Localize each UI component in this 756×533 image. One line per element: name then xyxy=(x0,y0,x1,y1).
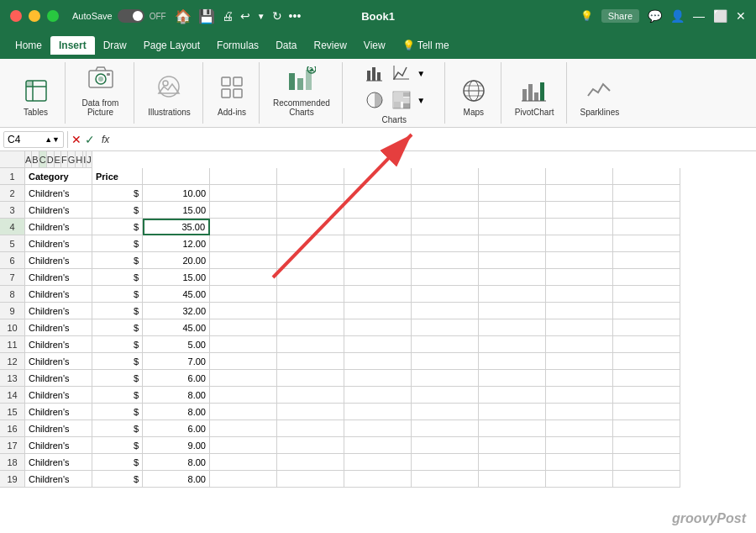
grid-cell[interactable] xyxy=(412,454,479,471)
grid-cell[interactable]: 7.00 xyxy=(143,353,210,370)
save-icon[interactable]: 💾 xyxy=(198,8,215,24)
grid-cell[interactable] xyxy=(613,252,680,269)
grid-cell[interactable] xyxy=(613,219,680,235)
grid-cell[interactable] xyxy=(277,252,344,269)
grid-cell[interactable]: Children's xyxy=(25,437,92,454)
grid-cell[interactable]: $ xyxy=(92,235,143,252)
redo-icon[interactable]: ↻ xyxy=(272,9,282,23)
grid-cell[interactable] xyxy=(546,185,613,202)
grid-cell[interactable] xyxy=(210,269,277,286)
grid-cell[interactable]: 45.00 xyxy=(143,286,210,303)
row-number[interactable]: 19 xyxy=(0,471,25,488)
grid-cell[interactable]: Children's xyxy=(25,303,92,319)
row-number[interactable]: 5 xyxy=(0,235,25,252)
grid-cell[interactable] xyxy=(412,286,479,303)
grid-cell[interactable]: Children's xyxy=(25,235,92,252)
grid-cell[interactable] xyxy=(344,235,412,252)
tab-insert[interactable]: Insert xyxy=(50,36,95,55)
maps-button[interactable]: Maps xyxy=(455,74,492,120)
grid-cell[interactable] xyxy=(277,286,344,303)
grid-cell[interactable] xyxy=(277,303,344,319)
grid-cell[interactable] xyxy=(277,404,344,420)
grid-cell[interactable] xyxy=(613,336,680,353)
grid-cell[interactable] xyxy=(344,168,412,185)
minimize-button[interactable] xyxy=(29,10,40,22)
grid-cell[interactable] xyxy=(412,319,479,336)
grid-cell[interactable]: 10.00 xyxy=(143,185,210,202)
grid-cell[interactable] xyxy=(479,219,546,235)
grid-cell[interactable] xyxy=(479,185,546,202)
restore-icon[interactable]: ⬜ xyxy=(713,9,727,23)
grid-cell[interactable] xyxy=(210,235,277,252)
grid-cell[interactable]: Children's xyxy=(25,420,92,437)
grid-cell[interactable] xyxy=(613,303,680,319)
grid-cell[interactable] xyxy=(412,235,479,252)
grid-cell[interactable] xyxy=(277,168,344,185)
grid-cell[interactable] xyxy=(613,202,680,219)
grid-cell[interactable]: Category xyxy=(25,168,92,185)
grid-cell[interactable] xyxy=(546,286,613,303)
grid-cell[interactable]: 8.00 xyxy=(143,471,210,488)
grid-cell[interactable] xyxy=(277,437,344,454)
grid-cell[interactable] xyxy=(210,185,277,202)
row-number[interactable]: 2 xyxy=(0,185,25,202)
grid-cell[interactable]: 45.00 xyxy=(143,319,210,336)
more-icon[interactable]: ••• xyxy=(289,9,302,23)
grid-cell[interactable]: $ xyxy=(92,353,143,370)
grid-cell[interactable]: Children's xyxy=(25,387,92,404)
tab-tell-me[interactable]: 💡 Tell me xyxy=(394,36,458,55)
grid-cell[interactable]: $ xyxy=(92,252,143,269)
grid-cell[interactable] xyxy=(412,202,479,219)
grid-cell[interactable] xyxy=(613,286,680,303)
grid-cell[interactable] xyxy=(277,387,344,404)
grid-cell[interactable] xyxy=(210,202,277,219)
grid-cell[interactable] xyxy=(277,269,344,286)
undo-dropdown-icon[interactable]: ▼ xyxy=(257,12,265,21)
grid-cell[interactable]: 15.00 xyxy=(143,202,210,219)
cell-name-box[interactable]: C4 ▲▼ xyxy=(3,131,64,148)
grid-cell[interactable] xyxy=(613,235,680,252)
recommended-charts-button[interactable]: ? RecommendedCharts xyxy=(268,63,335,120)
grid-cell[interactable] xyxy=(479,303,546,319)
grid-cell[interactable] xyxy=(277,370,344,387)
row-number[interactable]: 15 xyxy=(0,404,25,420)
row-number[interactable]: 8 xyxy=(0,286,25,303)
row-number[interactable]: 7 xyxy=(0,269,25,286)
tab-data[interactable]: Data xyxy=(267,36,305,55)
col-header-h[interactable]: H xyxy=(76,151,83,168)
grid-cell[interactable] xyxy=(344,185,412,202)
grid-cell[interactable] xyxy=(277,202,344,219)
grid-cell[interactable] xyxy=(479,404,546,420)
grid-cell[interactable] xyxy=(613,269,680,286)
grid-cell[interactable] xyxy=(210,319,277,336)
grid-cell[interactable] xyxy=(479,454,546,471)
grid-cell[interactable] xyxy=(210,336,277,353)
grid-cell[interactable] xyxy=(412,252,479,269)
grid-cell[interactable]: Children's xyxy=(25,471,92,488)
grid-cell[interactable] xyxy=(546,370,613,387)
grid-cell[interactable] xyxy=(344,319,412,336)
illustrations-button[interactable]: Illustrations xyxy=(143,70,196,120)
cell-name-dropdown[interactable]: ▲▼ xyxy=(45,135,60,144)
grid-cell[interactable] xyxy=(546,387,613,404)
grid-cell[interactable] xyxy=(412,437,479,454)
grid-cell[interactable] xyxy=(546,235,613,252)
formula-input[interactable] xyxy=(116,134,753,145)
grid-cell[interactable] xyxy=(412,471,479,488)
pivotchart-button[interactable]: PivotChart xyxy=(510,74,559,120)
grid-cell[interactable] xyxy=(143,168,210,185)
grid-cell[interactable]: 20.00 xyxy=(143,252,210,269)
grid-cell[interactable] xyxy=(210,420,277,437)
grid-cell[interactable]: $ xyxy=(92,370,143,387)
maximize-button[interactable] xyxy=(47,10,59,22)
grid-cell[interactable] xyxy=(277,219,344,235)
grid-cell[interactable] xyxy=(210,303,277,319)
row-number[interactable]: 16 xyxy=(0,420,25,437)
grid-cell[interactable]: 8.00 xyxy=(143,454,210,471)
grid-cell[interactable] xyxy=(546,454,613,471)
grid-cell[interactable] xyxy=(210,353,277,370)
col-header-e[interactable]: E xyxy=(55,151,61,168)
grid-cell[interactable] xyxy=(613,387,680,404)
col-header-c[interactable]: C xyxy=(39,151,47,168)
grid-cell[interactable] xyxy=(613,319,680,336)
